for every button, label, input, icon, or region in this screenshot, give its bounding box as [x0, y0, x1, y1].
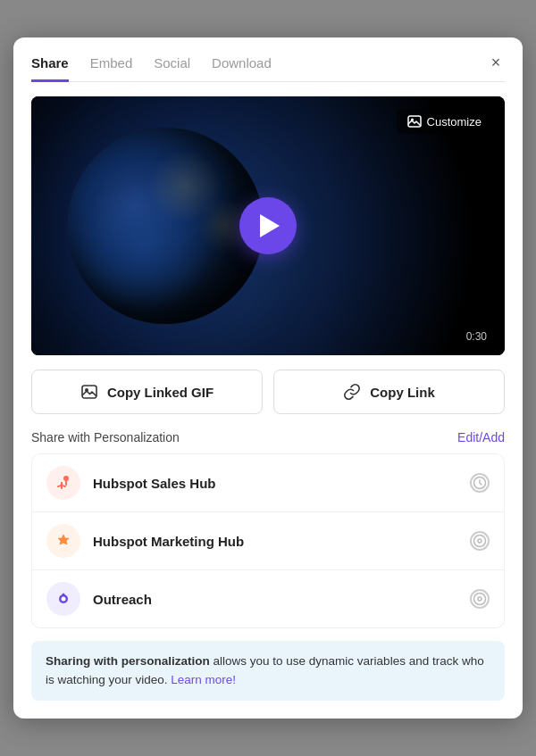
- close-button[interactable]: ×: [483, 50, 508, 75]
- image-icon: [407, 114, 422, 129]
- outreach-toggle[interactable]: [470, 589, 490, 609]
- svg-point-13: [478, 597, 482, 601]
- action-buttons: Copy Linked GIF Copy Link: [31, 370, 505, 414]
- tab-bar: Share Embed Social Download: [31, 55, 505, 82]
- link-icon: [343, 383, 361, 401]
- info-bold: Sharing with personalization: [46, 654, 210, 668]
- copy-gif-label: Copy Linked GIF: [107, 385, 214, 400]
- share-header: Share with Personalization Edit/Add: [31, 430, 505, 444]
- outreach-name: Outreach: [93, 592, 470, 607]
- svg-point-11: [63, 594, 65, 596]
- hubspot-marketing-icon: [46, 524, 80, 558]
- integration-hubspot-marketing: Hubspot Marketing Hub: [32, 512, 504, 570]
- share-personalization-label: Share with Personalization: [31, 430, 180, 444]
- svg-point-10: [62, 597, 66, 602]
- tab-embed[interactable]: Embed: [90, 55, 133, 82]
- integration-outreach: Outreach: [32, 570, 504, 627]
- svg-rect-2: [82, 386, 96, 398]
- hubspot-sales-toggle[interactable]: [470, 473, 490, 493]
- hubspot-sales-name: Hubspot Sales Hub: [93, 476, 470, 491]
- video-background: Customize 0:30: [31, 96, 505, 355]
- tab-download[interactable]: Download: [212, 55, 272, 82]
- play-icon: [260, 214, 280, 237]
- play-button[interactable]: [239, 197, 297, 254]
- video-duration: 0:30: [461, 328, 492, 345]
- overlay: × Share Embed Social Download Cust: [0, 0, 536, 756]
- svg-point-8: [478, 539, 482, 543]
- customize-button[interactable]: Customize: [397, 109, 492, 134]
- learn-more-link[interactable]: Learn more!: [171, 673, 236, 686]
- edit-add-button[interactable]: Edit/Add: [457, 430, 505, 444]
- copy-gif-button[interactable]: Copy Linked GIF: [31, 370, 263, 414]
- image-icon: [80, 383, 98, 401]
- hubspot-sales-icon: [46, 466, 80, 500]
- hubspot-marketing-toggle[interactable]: [470, 531, 490, 551]
- tab-share[interactable]: Share: [31, 55, 69, 82]
- share-personalization-section: Share with Personalization Edit/Add: [31, 430, 505, 628]
- integration-list: Hubspot Sales Hub Hubspot Mark: [31, 453, 505, 628]
- hubspot-marketing-name: Hubspot Marketing Hub: [93, 534, 470, 549]
- info-box: Sharing with personalization allows you …: [31, 641, 505, 701]
- tab-social[interactable]: Social: [154, 55, 190, 82]
- integration-hubspot-sales: Hubspot Sales Hub: [32, 454, 504, 512]
- copy-link-button[interactable]: Copy Link: [273, 370, 505, 414]
- svg-point-12: [474, 594, 486, 605]
- share-modal: × Share Embed Social Download Cust: [13, 37, 523, 719]
- earth-graphic: [67, 128, 264, 324]
- svg-point-7: [474, 536, 486, 547]
- video-player[interactable]: Customize 0:30: [31, 96, 505, 355]
- outreach-icon: [46, 582, 80, 616]
- copy-link-label: Copy Link: [370, 385, 435, 400]
- customize-label: Customize: [427, 115, 482, 129]
